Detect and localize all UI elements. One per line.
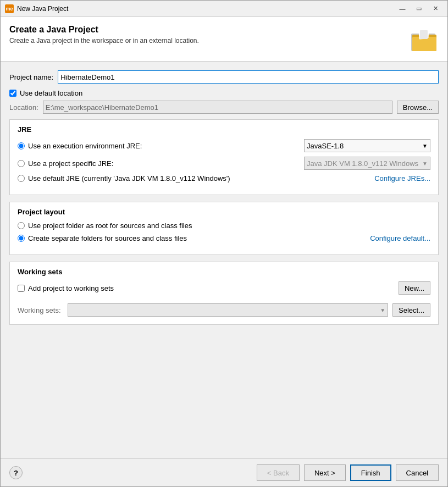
- window-title: New Java Project: [17, 5, 395, 13]
- minimize-button[interactable]: ―: [395, 3, 410, 15]
- use-default-location-checkbox[interactable]: [9, 90, 16, 97]
- jre-section: JRE Use an execution environment JRE: Ja…: [9, 119, 439, 195]
- add-working-sets-label: Add project to working sets: [28, 284, 114, 292]
- jre-dropdown1-value: JavaSE-1.8: [307, 142, 344, 150]
- jre-radio2[interactable]: [18, 160, 25, 167]
- window: me New Java Project ― ▭ ✕ Create a Java …: [0, 0, 448, 487]
- project-name-input[interactable]: [58, 70, 439, 84]
- layout-radio2-row: Create separate folders for sources and …: [18, 234, 430, 242]
- jre-radio2-row: Use a project specific JRE: Java JDK VM …: [18, 157, 430, 170]
- content-area: Project name: Use default location Locat…: [1, 62, 447, 458]
- layout-radio1-label: Use project folder as root for sources a…: [28, 222, 192, 230]
- jre-dropdown2-arrow: ▼: [422, 161, 428, 167]
- configure-default-link[interactable]: Configure default...: [370, 234, 430, 242]
- app-icon: me: [5, 4, 14, 13]
- use-default-location-label: Use default location: [20, 89, 82, 97]
- header-icon: [410, 25, 439, 53]
- jre-radio2-label: Use a project specific JRE:: [28, 159, 113, 168]
- working-sets-dropdown: ▼: [68, 303, 389, 317]
- working-sets-dropdown-arrow: ▼: [380, 307, 385, 313]
- location-input: [43, 101, 392, 114]
- browse-button[interactable]: Browse...: [397, 101, 439, 114]
- layout-radio2-label: Create separate folders for sources and …: [28, 234, 187, 242]
- header-title: Create a Java Project: [9, 25, 199, 35]
- layout-radio1[interactable]: [18, 222, 25, 229]
- layout-radio2[interactable]: [18, 235, 25, 242]
- jre-section-title: JRE: [18, 125, 430, 134]
- working-sets-input-row: Working sets: ▼ Select...: [18, 303, 430, 317]
- jre-radio3[interactable]: [18, 175, 25, 182]
- close-button[interactable]: ✕: [428, 3, 443, 15]
- new-working-set-button[interactable]: New...: [399, 281, 430, 295]
- jre-dropdown2-value: Java JDK VM 1.8.0_v112 Windows: [307, 159, 418, 168]
- finish-button[interactable]: Finish: [350, 464, 391, 481]
- add-working-sets-row: Add project to working sets: [18, 284, 118, 292]
- project-name-row: Project name:: [9, 70, 439, 84]
- footer-left: ?: [9, 466, 23, 479]
- header-content: Create a Java Project Create a Java proj…: [9, 25, 199, 45]
- next-button[interactable]: Next >: [304, 464, 346, 481]
- footer-right: < Back Next > Finish Cancel: [257, 464, 439, 481]
- jre-radio1-label: Use an execution environment JRE:: [28, 142, 142, 150]
- jre-dropdown2: Java JDK VM 1.8.0_v112 Windows ▼: [304, 157, 430, 170]
- project-layout-title: Project layout: [18, 208, 430, 216]
- location-label: Location:: [9, 103, 38, 112]
- jre-radio3-row: Use default JRE (currently 'Java JDK VM …: [18, 174, 430, 182]
- header-section: Create a Java Project Create a Java proj…: [1, 17, 447, 62]
- use-default-location-row: Use default location: [9, 89, 439, 97]
- configure-jres-link[interactable]: Configure JREs...: [374, 174, 430, 182]
- layout-radio1-row: Use project folder as root for sources a…: [18, 222, 430, 230]
- help-button[interactable]: ?: [9, 466, 23, 479]
- title-bar: me New Java Project ― ▭ ✕: [1, 1, 447, 17]
- jre-radio1-row: Use an execution environment JRE: JavaSE…: [18, 139, 430, 152]
- project-layout-section: Project layout Use project folder as roo…: [9, 202, 439, 255]
- working-sets-title: Working sets: [18, 268, 430, 276]
- jre-dropdown1[interactable]: JavaSE-1.8 ▼: [304, 139, 430, 152]
- working-sets-section: Working sets Add project to working sets…: [9, 262, 439, 325]
- select-working-sets-button[interactable]: Select...: [392, 303, 430, 317]
- jre-dropdown1-arrow: ▼: [422, 143, 428, 149]
- maximize-button[interactable]: ▭: [411, 3, 427, 15]
- jre-radio3-label: Use default JRE (currently 'Java JDK VM …: [28, 174, 230, 182]
- cancel-button[interactable]: Cancel: [396, 464, 439, 481]
- back-button[interactable]: < Back: [257, 464, 300, 481]
- header-subtitle: Create a Java project in the workspace o…: [9, 37, 199, 45]
- working-sets-label: Working sets:: [18, 306, 61, 314]
- svg-rect-5: [420, 30, 428, 39]
- jre-radio1[interactable]: [18, 142, 25, 150]
- footer: ? < Back Next > Finish Cancel: [1, 458, 447, 486]
- project-name-label: Project name:: [9, 73, 53, 81]
- window-controls: ― ▭ ✕: [395, 3, 443, 15]
- location-row: Location: Browse...: [9, 101, 439, 114]
- add-working-sets-checkbox[interactable]: [18, 285, 25, 292]
